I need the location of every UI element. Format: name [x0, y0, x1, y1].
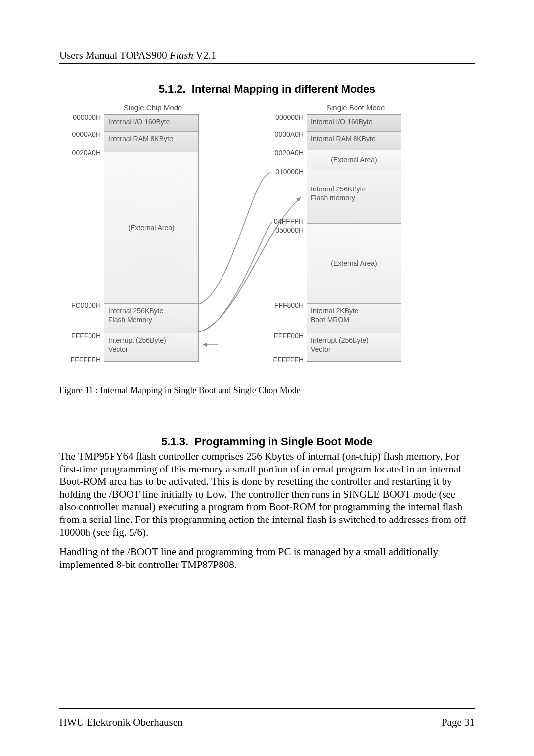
mem-left-flash: Internal 256KByte Flash Memory: [104, 304, 198, 333]
addr-right-8: FFFFFFH: [267, 356, 304, 364]
addr-left-5: FFFFFFH: [64, 356, 101, 364]
page-footer: HWU Elektronik Oberhausen Page 31: [59, 708, 475, 729]
header-suffix: V2.1: [193, 49, 216, 61]
mem-left-ram: Internal RAM 8KByte: [104, 132, 198, 152]
left-column-title: Single Chip Mode: [124, 103, 182, 112]
running-header: Users Manual TOPAS900 Flash V2.1: [59, 49, 475, 64]
addr-right-3: 010000H: [267, 168, 304, 176]
mem-left-io: Internal I/O 160Byte: [104, 115, 198, 132]
figure-memory-map: Single Chip Mode Single Boot Mode 000000…: [64, 103, 435, 380]
mem-left-vector: Interrupt (256Byte) Vector: [104, 333, 198, 361]
addr-right-1: 0000A0H: [267, 130, 304, 138]
footer-right: Page 31: [442, 716, 475, 729]
addr-right-4: 04FFFFH: [267, 217, 304, 225]
right-column-title: Single Boot Mode: [326, 103, 385, 112]
header-prefix: Users Manual TOPAS900: [59, 49, 170, 61]
section-num-5-1-3: 5.1.3.: [161, 435, 188, 448]
section-num-5-1-2: 5.1.2.: [159, 83, 186, 95]
paragraph-1: The TMP95FY64 flash controller comprises…: [59, 450, 475, 539]
section-title-5-1-3: Programming in Single Boot Mode: [194, 435, 373, 448]
addr-left-2: 0020A0H: [64, 149, 101, 157]
mem-right-boot: Internal 2KByte Boot MROM: [307, 304, 401, 333]
mem-right-ext2: (External Area): [307, 224, 401, 304]
addr-right-5: 050000H: [267, 226, 304, 234]
section-title-5-1-2: Internal Mapping in different Modes: [192, 83, 376, 95]
mem-col-left: Internal I/O 160Byte Internal RAM 8KByte…: [104, 114, 199, 362]
addr-right-0: 000000H: [267, 113, 304, 121]
addr-left-4: FFFF00H: [64, 332, 101, 340]
section-heading-5-1-3: 5.1.3. Programming in Single Boot Mode: [59, 435, 475, 448]
addr-right-2: 0020A0H: [267, 149, 304, 157]
footer-left: HWU Elektronik Oberhausen: [59, 716, 183, 729]
header-italic: Flash: [170, 49, 193, 61]
addr-left-1: 0000A0H: [64, 130, 101, 138]
mem-right-ram: Internal RAM 8KByte: [307, 132, 401, 150]
addr-right-7: FFFF00H: [267, 332, 304, 340]
figure-caption: Figure 11 : Internal Mapping in Single B…: [59, 385, 475, 396]
mem-right-io: Internal I/O 160Byte: [307, 115, 401, 132]
mem-right-ext1: (External Area): [307, 150, 401, 170]
mem-col-right: Internal I/O 160Byte Internal RAM 8KByte…: [307, 114, 401, 362]
addr-left-3: FC0000H: [64, 301, 101, 309]
mem-right-flash: Internal 256KByte Flash memory: [307, 170, 401, 224]
section-heading-5-1-2: 5.1.2. Internal Mapping in different Mod…: [59, 83, 475, 95]
mem-left-ext: (External Area): [104, 152, 198, 304]
paragraph-2: Handling of the /BOOT line and programmi…: [59, 546, 475, 571]
mem-right-vector: Interrupt (256Byte) Vector: [307, 333, 401, 361]
addr-right-6: FFF800H: [267, 301, 304, 309]
addr-left-0: 000000H: [64, 113, 101, 121]
